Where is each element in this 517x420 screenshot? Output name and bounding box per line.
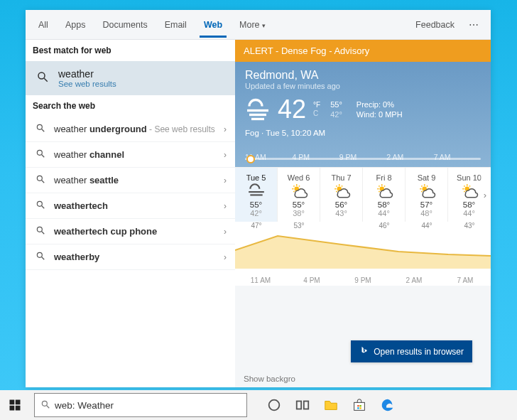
svg-rect-36 [357, 407, 359, 409]
web-suggestion[interactable]: weather channel› [26, 142, 235, 168]
forecast-day[interactable]: Sat 957°48° [406, 168, 448, 222]
svg-point-2 [37, 124, 42, 129]
condition-line: Fog · Tue 5, 10:20 AM [245, 129, 481, 137]
forecast-next-icon[interactable]: › [479, 168, 491, 222]
hi-temp: 55° [330, 99, 342, 109]
weather-alert[interactable]: ALERT - Dense Fog - Advisory [235, 40, 491, 62]
web-suggestion[interactable]: weatherby› [26, 244, 235, 270]
search-web-header: Search the web [26, 95, 235, 117]
svg-point-4 [37, 150, 42, 155]
forecast-lo: 42° [235, 209, 277, 217]
svg-point-30 [269, 400, 280, 411]
open-in-browser-button[interactable]: Open results in browser [351, 340, 472, 362]
search-icon [34, 123, 47, 135]
weather-hero: Redmond, WA Updated a few minutes ago 42… [235, 62, 491, 167]
sun-icon [278, 182, 320, 200]
bing-icon [359, 345, 369, 357]
chevron-right-icon: › [224, 124, 227, 134]
timeline-tick: 4 PM [292, 153, 339, 161]
preview-pane: ALERT - Dense Fog - Advisory Redmond, WA… [235, 40, 491, 387]
forecast-hi: 57° [406, 200, 447, 209]
web-suggestion[interactable]: weathertech cup phone› [26, 219, 235, 244]
forecast-day-label: Sat 9 [406, 173, 447, 182]
svg-rect-31 [297, 402, 301, 409]
edge-icon[interactable] [374, 390, 402, 420]
cortana-icon[interactable] [260, 390, 288, 420]
tab-documents[interactable]: Documents [94, 13, 156, 37]
chevron-right-icon: › [224, 201, 227, 211]
svg-rect-34 [357, 405, 359, 406]
svg-line-9 [42, 206, 45, 209]
svg-line-29 [47, 405, 50, 408]
graph-x-label: 9 PM [337, 276, 388, 284]
location-label: Redmond, WA [245, 69, 481, 82]
slider-handle[interactable] [246, 155, 255, 163]
graph-x-label: 4 PM [286, 276, 337, 284]
svg-rect-27 [16, 406, 21, 411]
forecast-day-label: Thu 7 [320, 173, 362, 182]
feedback-link[interactable]: Feedback [408, 20, 462, 30]
unit-c[interactable]: C [313, 109, 320, 118]
tab-web[interactable]: Web [195, 13, 231, 37]
forecast-day[interactable]: Tue 555°42° [235, 168, 278, 222]
taskbar-search[interactable] [34, 393, 247, 417]
svg-rect-33 [354, 402, 365, 410]
slider-track [245, 158, 481, 160]
tab-all[interactable]: All [30, 13, 57, 37]
temperature-value: 42 [278, 95, 306, 124]
unit-toggle[interactable]: °F C [313, 101, 320, 118]
search-icon [34, 225, 47, 237]
forecast-day[interactable]: Thu 756°43° [320, 168, 363, 222]
svg-line-3 [42, 129, 45, 132]
forecast-lo: 48° [406, 209, 447, 217]
overflow-menu-icon[interactable]: ⋯ [462, 19, 486, 31]
forecast-lo: 43° [320, 209, 362, 217]
lo-temp: 42° [330, 109, 342, 119]
graph-x-label: 11 AM [235, 276, 286, 284]
show-background-label: Show backgro [244, 375, 295, 383]
web-suggestion[interactable]: weather underground - See web results› [26, 117, 235, 142]
forecast-row: Tue 555°42°Wed 655°38°Thu 756°43°Fri 858… [235, 167, 491, 222]
svg-point-8 [37, 201, 42, 206]
forecast-day[interactable]: Wed 655°38° [278, 168, 320, 222]
fog-icon [245, 97, 271, 122]
results-list: Best match for web weather See web resul… [26, 40, 235, 387]
start-button[interactable] [0, 399, 30, 411]
suggestion-text: weather seattle [54, 175, 217, 185]
file-explorer-icon[interactable] [317, 390, 345, 420]
forecast-hi: 56° [320, 200, 362, 209]
fog-icon [235, 182, 277, 200]
columns: Best match for web weather See web resul… [26, 40, 491, 387]
unit-f[interactable]: °F [313, 101, 320, 109]
taskbar [0, 390, 517, 420]
best-match-item[interactable]: weather See web results [26, 61, 235, 95]
search-panel: AllAppsDocumentsEmailWebMore▾ Feedback ⋯… [26, 10, 491, 387]
chevron-down-icon: ▾ [262, 22, 266, 29]
svg-rect-37 [359, 407, 361, 409]
graph-x-label: 2 AM [388, 276, 440, 284]
search-input[interactable] [55, 400, 241, 411]
wind-label: Wind: 0 MPH [357, 109, 403, 119]
sun-icon [406, 182, 447, 200]
forecast-day-label: Tue 5 [235, 173, 277, 182]
tab-apps[interactable]: Apps [57, 13, 94, 37]
hourly-slider[interactable]: 11 AM4 PM9 PM2 AM7 AM [245, 144, 481, 161]
web-suggestion[interactable]: weather seattle› [26, 168, 235, 193]
precip-label: Precip: 0% [357, 99, 403, 109]
best-match-header: Best match for web [26, 40, 235, 61]
search-icon [34, 174, 47, 186]
svg-point-10 [37, 227, 42, 232]
timeline-tick: 7 AM [434, 153, 481, 161]
forecast-hi: 58° [363, 200, 405, 209]
search-icon [34, 251, 47, 263]
store-icon[interactable] [345, 390, 374, 420]
web-suggestion[interactable]: weathertech› [26, 193, 235, 219]
svg-line-7 [42, 181, 45, 183]
tab-more[interactable]: More▾ [231, 13, 273, 37]
tab-email[interactable]: Email [156, 13, 195, 37]
svg-line-13 [42, 257, 45, 260]
task-view-icon[interactable] [288, 390, 317, 420]
forecast-hi: 55° [235, 200, 277, 209]
suggestion-text: weather underground - See web results [54, 124, 217, 134]
forecast-day[interactable]: Fri 858°44° [363, 168, 406, 222]
